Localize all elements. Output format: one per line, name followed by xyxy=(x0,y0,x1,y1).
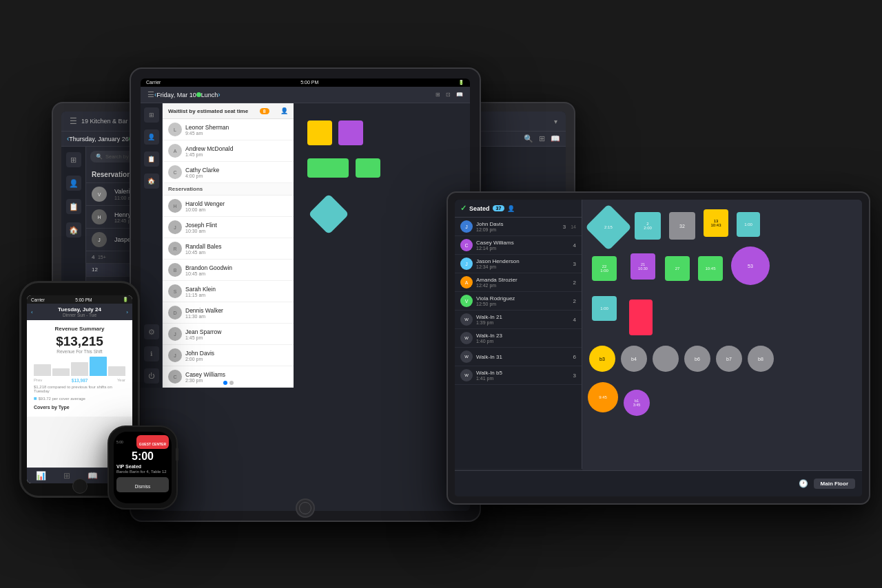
next-medium[interactable]: › xyxy=(218,91,220,98)
ipad-right-bottombar: 🕐 Main Floor xyxy=(455,470,862,496)
seated-avatar-7: W xyxy=(460,332,473,344)
medium-icon-1[interactable]: ⊞ xyxy=(435,92,440,98)
med-sidebar-4[interactable]: 🏠 xyxy=(144,174,159,189)
apple-watch: 5:00 GUEST CENTER 5:00 VIP Seated Barolo… xyxy=(107,426,178,510)
seated-avatar-3: J xyxy=(460,258,473,270)
res-wl-5[interactable]: S Sarah Klein 11:15 am xyxy=(163,281,294,302)
dropdown-icon[interactable]: ▾ xyxy=(554,118,557,125)
res-wl-3[interactable]: R Randall Bales 10:45 am xyxy=(163,238,294,260)
watch-crown xyxy=(176,448,178,461)
reservations-section-label: Reservations xyxy=(163,183,294,196)
clock-icon[interactable]: 🕐 xyxy=(799,479,808,488)
iphone-prev[interactable]: ‹ xyxy=(31,309,33,315)
right-floor-plan: 2:15 22:00 32 1310:43 xyxy=(582,200,862,470)
fp-table-4[interactable] xyxy=(356,158,380,178)
iphone-home-btn[interactable] xyxy=(72,479,88,494)
res-wl-7[interactable]: J Jean Sparrow 1:45 pm xyxy=(163,324,294,345)
med-sidebar-2[interactable]: 👤 xyxy=(144,129,159,145)
ipad-right-content: ✓ Seated 37 👤 J John Davis 12:09 pm 3 14 xyxy=(455,221,862,487)
status-dot-medium xyxy=(196,92,201,97)
seated-walkin23[interactable]: W Walk-In 23 1:40 pm xyxy=(455,329,582,348)
fp-r-circle-gray5[interactable]: b8 xyxy=(748,346,774,372)
iphone-carrier: Carrier 5:00 PM 🔋 xyxy=(27,295,132,304)
toolbar-icons: 🔍 ⊞ 📖 xyxy=(524,134,560,143)
seated-jason[interactable]: J Jason Henderson 12:34 pm 3 xyxy=(455,255,582,273)
waitlist-reservations-panel: Waitlist by estimated seat time 8 👤 L Le… xyxy=(163,103,294,388)
fp-r-gray1[interactable]: 32 xyxy=(669,212,695,240)
medium-icon-2[interactable]: ⊡ xyxy=(446,92,451,98)
tab-chart[interactable]: 📊 xyxy=(36,471,46,481)
fp-r-circle-gray2[interactable] xyxy=(653,346,679,372)
home-button-medium[interactable] xyxy=(296,498,315,518)
wl-avatar-1: L xyxy=(168,123,182,136)
sidebar-icon-1[interactable]: ⊞ xyxy=(66,152,81,167)
watch-dismiss-button[interactable]: Dismiss xyxy=(116,477,169,492)
fp-r-circle-gray1[interactable]: b4 xyxy=(621,346,647,372)
layout-icon[interactable]: ⊞ xyxy=(539,134,545,143)
seated-walkin31[interactable]: W Walk-In 31 6 xyxy=(455,348,582,366)
page-dots xyxy=(163,381,294,385)
medium-icon-3[interactable]: 📖 xyxy=(456,92,463,98)
wl-item-1[interactable]: L Leonor Sherman 9:45 am xyxy=(163,119,294,140)
seated-walkinb5[interactable]: W Walk-In b5 1:41 pm 3 xyxy=(455,366,582,385)
avatar-henry: H xyxy=(92,209,107,224)
fp-r-circle-gray3[interactable]: b6 xyxy=(684,346,710,372)
fp-r-teal2[interactable]: 1:00 xyxy=(737,212,760,237)
fp-r-yellow[interactable]: 1310:43 xyxy=(704,209,728,237)
res-wl-avatar-4: B xyxy=(168,263,182,277)
fp-table-2[interactable] xyxy=(338,120,363,145)
seated-walkin21[interactable]: W Walk-In 21 1:39 pm 4 xyxy=(455,311,582,329)
seated-viola[interactable]: V Viola Rodriguez 12:50 pm 2 xyxy=(455,292,582,311)
seated-casey[interactable]: C Casey Williams 12:14 pm 4 xyxy=(455,236,582,255)
fp-r-circle-yellow[interactable]: b3 xyxy=(589,346,615,372)
res-wl-1[interactable]: H Harold Wenger 10:00 am xyxy=(163,196,294,217)
sidebar-icon-2[interactable]: 👤 xyxy=(66,176,81,191)
res-wl-2[interactable]: J Joseph Flint 10:30 am xyxy=(163,217,294,238)
wl-item-2[interactable]: A Andrew McDonald 1:45 pm xyxy=(163,140,294,162)
res-wl-8[interactable]: J John Davis 2:00 pm xyxy=(163,345,294,366)
fp-r-teal3[interactable]: 1:00 xyxy=(592,296,617,321)
med-sidebar-1[interactable]: ⊞ xyxy=(144,107,159,123)
med-sidebar-3[interactable]: 📋 xyxy=(144,151,159,167)
fp-r-circle-purple[interactable]: 53 xyxy=(731,246,770,285)
sidebar-icon-3[interactable]: 📋 xyxy=(66,199,81,214)
fp-r-orange-circle[interactable]: 9:45 xyxy=(588,382,618,412)
fp-table-3[interactable] xyxy=(307,158,349,178)
fp-r-purple-circle2[interactable]: b13:45 xyxy=(624,390,650,416)
seated-panel: ✓ Seated 37 👤 J John Davis 12:09 pm 3 14 xyxy=(455,200,582,469)
fp-r-circle-gray4[interactable]: b7 xyxy=(716,346,742,372)
waitlist-header: Waitlist by estimated seat time 8 👤 xyxy=(163,103,294,119)
tab-layout[interactable]: ⊞ xyxy=(63,471,70,481)
seated-avatar-4: A xyxy=(460,276,473,288)
fp-r-teal1[interactable]: 22:00 xyxy=(635,212,661,240)
book-icon[interactable]: 📖 xyxy=(551,134,560,143)
home-button-inner xyxy=(299,502,311,514)
med-sidebar-6[interactable]: ℹ xyxy=(144,346,159,361)
med-sidebar-7[interactable]: ⏻ xyxy=(144,368,159,384)
menu-icon[interactable]: ☰ 19 Kitchen & Bar xyxy=(70,116,128,126)
person-icon-seated: 👤 xyxy=(507,205,515,212)
fp-r-purple[interactable]: 2110:30 xyxy=(630,253,655,280)
fp-r-pink[interactable] xyxy=(629,300,653,335)
fp-diamond[interactable] xyxy=(308,193,349,234)
main-floor-btn[interactable]: Main Floor xyxy=(814,479,855,489)
fp-table-1[interactable] xyxy=(307,120,332,145)
res-wl-6[interactable]: D Dennis Walker 11:30 am xyxy=(163,302,294,324)
tab-book[interactable]: 📖 xyxy=(88,471,98,481)
fp-r-green2[interactable]: 27 xyxy=(665,256,690,281)
seated-avatar-6: W xyxy=(460,313,473,326)
fp-r-diamond[interactable]: 2:15 xyxy=(585,204,632,251)
wl-item-3[interactable]: C Cathy Clarke 4:00 pm xyxy=(163,162,294,183)
fp-r-green3[interactable]: 10:45 xyxy=(698,256,723,281)
sidebar-icon-4[interactable]: 🏠 xyxy=(66,222,81,238)
menu-icon-medium[interactable]: ☰ xyxy=(147,90,154,99)
search-icon[interactable]: 🔍 xyxy=(524,134,533,143)
fp-r-green1[interactable]: 221:00 xyxy=(592,256,617,281)
seated-john[interactable]: J John Davis 12:09 pm 3 14 xyxy=(455,218,582,236)
res-wl-4[interactable]: B Brandon Goodwin 10:45 am xyxy=(163,260,294,281)
med-sidebar-5[interactable]: ⚙ xyxy=(144,324,159,339)
ipad-medium-navbar: ☰ ‹ Friday, Mar 10 Lunch › ⊞ ⊡ 📖 xyxy=(141,87,470,103)
iphone-next[interactable]: › xyxy=(126,309,128,315)
header-actions: ▾ xyxy=(554,118,557,125)
seated-amanda[interactable]: A Amanda Strozier 12:42 pm 2 xyxy=(455,273,582,292)
